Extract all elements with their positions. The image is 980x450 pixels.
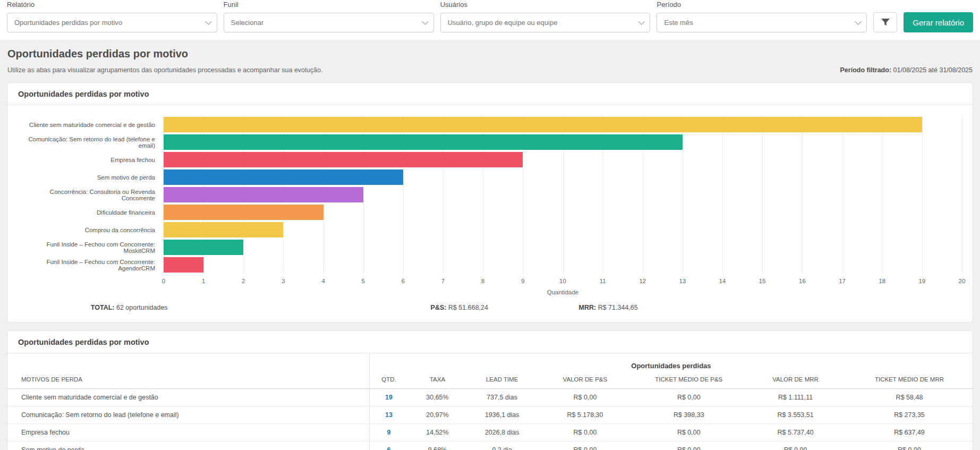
chart-bar-label: Concorrência: Consultoria ou Revenda Con…	[18, 186, 164, 203]
cell-value: R$ 58,48	[846, 389, 973, 406]
chart-card-body: Cliente sem maturidade comercial e de ge…	[7, 105, 973, 322]
axis-tick-label: 18	[879, 278, 885, 284]
funnel-label: Funil	[224, 1, 434, 9]
axis-tick-label: 11	[600, 278, 606, 284]
cell-qtd: 19	[369, 389, 408, 406]
period-label: Período	[657, 1, 867, 9]
chart-bar[interactable]	[164, 205, 323, 220]
chart-bar-label: Empresa fechou	[18, 151, 164, 168]
cell-value: R$ 1.111,11	[745, 389, 846, 406]
axis-tick-label: 10	[559, 278, 566, 284]
table-body: Cliente sem maturidade comercial e de ge…	[7, 389, 973, 450]
axis-tick-label: 9	[521, 278, 524, 284]
table-row: Cliente sem maturidade comercial e de ge…	[7, 389, 973, 406]
cell-qtd: 6	[369, 441, 408, 450]
generate-report-button[interactable]: Gerar relatório	[904, 12, 973, 32]
axis-tick-label: 17	[839, 278, 846, 284]
table-row: Empresa fechou914,52%2026,8 diasR$ 0,00R…	[7, 424, 973, 441]
chart-bar[interactable]	[164, 117, 922, 132]
cell-value: R$ 0,00	[538, 389, 633, 406]
chart-bar[interactable]	[164, 222, 283, 237]
column-header: VALOR DE MRR	[745, 376, 846, 389]
qtd-link[interactable]: 9	[387, 429, 391, 436]
column-header: QTD.	[369, 376, 408, 389]
page-subtitle: Utilize as abas para visualizar agrupame…	[7, 66, 322, 74]
chart-total-item: TOTAL: 62 oportunidades	[91, 304, 168, 311]
period-filtered-label: Período filtrado:	[840, 66, 892, 74]
chart-bar-label: Cliente sem maturidade comercial e de ge…	[18, 116, 164, 133]
report-label: Relatório	[7, 1, 217, 9]
cell-value: R$ 0,00	[633, 441, 745, 450]
advanced-filter-button[interactable]	[873, 12, 897, 32]
chevron-down-icon	[422, 18, 429, 25]
chart-bar-row	[164, 221, 962, 239]
gridline	[962, 116, 962, 274]
column-header: LEAD TIME	[467, 376, 538, 389]
qtd-link[interactable]: 19	[385, 394, 393, 401]
chart-bar[interactable]	[164, 257, 203, 273]
axis-tick-label: 3	[282, 278, 285, 284]
chart-total-item: MRR: R$ 71.344,65	[579, 304, 638, 311]
cell-value: 9,68%	[408, 441, 467, 450]
bar-chart: Cliente sem maturidade comercial e de ge…	[18, 116, 962, 274]
funnel-select-value: Selecionar	[231, 19, 416, 27]
chart-bar-label: Comunicação: Sem retorno do lead (telefo…	[18, 133, 164, 151]
table-row: Sem motivo de perda69,68%0,2 diaR$ 0,00R…	[7, 441, 973, 450]
cell-value: R$ 273,35	[846, 406, 973, 424]
cell-value: R$ 0,00	[538, 441, 633, 450]
axis-tick-label: 4	[321, 278, 325, 284]
chart-bar[interactable]	[164, 152, 523, 167]
chart-plot	[164, 116, 962, 274]
report-select-value: Oportunidades perdidas por motivo	[14, 19, 200, 27]
period-filtered: Período filtrado: 01/08/2025 até 31/08/2…	[840, 66, 973, 74]
chart-bar-label: Sem motivo de perda	[18, 168, 164, 186]
page-title: Oportunidades perdidas por motivo	[7, 48, 973, 60]
axis-tick-label: 8	[481, 278, 484, 284]
qtd-link[interactable]: 6	[387, 446, 391, 450]
chart-total-item: P&S: R$ 51.668,24	[431, 304, 488, 311]
chart-xlabel: Quantidade	[164, 289, 962, 295]
chart-bar[interactable]	[164, 187, 363, 202]
cell-value: R$ 637,49	[846, 424, 973, 441]
chart-bar-row	[164, 203, 962, 221]
cell-value: R$ 5.178,30	[538, 406, 633, 424]
column-header: TICKET MÉDIO DE P&S	[633, 376, 745, 389]
cell-value: 14,52%	[408, 424, 467, 441]
users-select[interactable]: Usuário, grupo de equipe ou equipe	[440, 13, 651, 32]
users-select-value: Usuário, grupo de equipe ou equipe	[448, 19, 633, 27]
axis-tick-label: 20	[959, 278, 966, 284]
chevron-down-icon	[205, 18, 212, 25]
column-header: VALOR DE P&S	[538, 376, 633, 389]
cell-value: R$ 3.553,51	[745, 406, 846, 424]
report-select[interactable]: Oportunidades perdidas por motivo	[7, 13, 217, 32]
cell-value: 20,97%	[408, 406, 467, 424]
chevron-down-icon	[855, 18, 862, 25]
column-header: TICKET MÉDIO DE MRR	[846, 376, 973, 389]
cell-value: R$ 0,00	[846, 441, 973, 450]
table-card: Oportunidades perdidas por motivo MOTIVO…	[7, 330, 973, 450]
filter-group-report: Relatório Oportunidades perdidas por mot…	[7, 1, 217, 32]
axis-tick-label: 6	[402, 278, 405, 284]
column-header: TAXA	[408, 376, 467, 389]
filter-group-funnel: Funil Selecionar	[224, 1, 434, 32]
filter-group-users: Usuários Usuário, grupo de equipe ou equ…	[440, 1, 651, 32]
chart-card: Oportunidades perdidas por motivo Client…	[7, 82, 973, 322]
chart-axis: 01234567891011121314151617181920	[164, 278, 962, 286]
chart-bar-row	[164, 168, 962, 186]
lost-opportunities-table: MOTIVOS DE PERDA Oportunidades perdidas …	[7, 353, 973, 450]
qtd-link[interactable]: 13	[385, 411, 393, 419]
chevron-down-icon	[638, 18, 645, 25]
page-background: Oportunidades perdidas por motivo Utiliz…	[0, 40, 980, 450]
chart-bar-label: Dificuldade financeira	[18, 203, 164, 221]
cell-value: 737,5 dias	[467, 389, 538, 406]
chart-bar[interactable]	[164, 169, 403, 185]
cell-value: 30,65%	[408, 389, 467, 406]
cell-value: R$ 0,00	[633, 389, 745, 406]
chart-totals: TOTAL: 62 oportunidadesP&S: R$ 51.668,24…	[18, 304, 962, 313]
period-select[interactable]: Este mês	[657, 13, 867, 32]
table-card-title: Oportunidades perdidas por motivo	[7, 331, 973, 353]
funnel-select[interactable]: Selecionar	[224, 13, 434, 32]
chart-bar[interactable]	[164, 134, 683, 150]
chart-bar[interactable]	[164, 240, 243, 255]
axis-tick-label: 2	[242, 278, 245, 284]
